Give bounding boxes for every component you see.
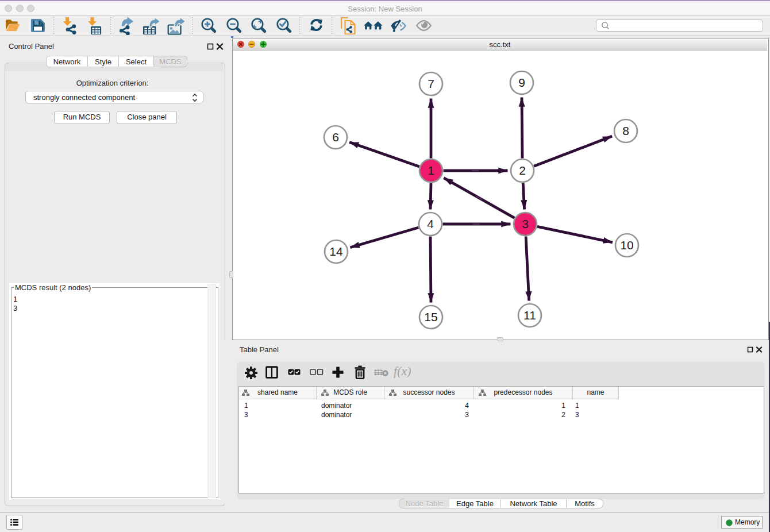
svg-text:14: 14 xyxy=(329,245,343,258)
svg-text:4: 4 xyxy=(427,217,434,230)
svg-text:1: 1 xyxy=(428,164,434,177)
svg-text:8: 8 xyxy=(622,124,629,137)
svg-text:15: 15 xyxy=(424,310,437,323)
svg-text:11: 11 xyxy=(523,309,536,322)
svg-text:6: 6 xyxy=(332,130,339,144)
svg-text:3: 3 xyxy=(522,217,529,230)
svg-text:9: 9 xyxy=(518,76,525,89)
svg-text:7: 7 xyxy=(428,77,434,90)
svg-text:2: 2 xyxy=(519,164,526,177)
svg-text:10: 10 xyxy=(620,238,633,252)
